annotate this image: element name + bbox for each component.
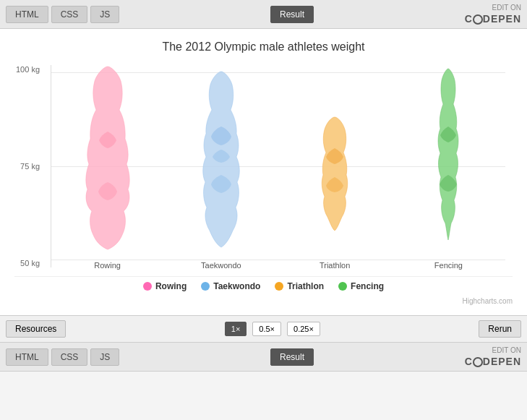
tab-html-bottom[interactable]: HTML [6, 348, 48, 366]
bottom-tab-bar: HTML CSS JS Result EDIT ON CDEPEN [0, 343, 527, 372]
violin-chart: Rowing Taekwondo [51, 65, 505, 267]
y-label-50: 50 kg [20, 259, 44, 267]
chart-container: The 2012 Olympic male athletes weight 10… [0, 29, 527, 315]
zoom-05x-button[interactable]: 0.5× [252, 322, 281, 336]
violin-taekwondo: Taekwondo [164, 63, 278, 270]
top-bar: HTML CSS JS Result EDIT ON CDEPEN [0, 0, 527, 29]
tab-css-top[interactable]: CSS [51, 6, 88, 23]
legend-dot-fencing [338, 282, 347, 291]
tab-js-top[interactable]: JS [90, 6, 119, 23]
violin-triathlon: Triathlon [278, 63, 392, 270]
resources-button[interactable]: Resources [6, 320, 66, 338]
legend-item-taekwondo: Taekwondo [201, 281, 260, 291]
bottom-bar: Resources 1× 0.5× 0.25× Rerun [0, 315, 527, 343]
violin-rowing: Rowing [51, 63, 164, 270]
tab-js-bottom[interactable]: JS [90, 348, 119, 366]
legend-dot-rowing [143, 282, 152, 291]
codepen-logo-top: EDIT ON CDEPEN [465, 3, 521, 25]
violin-label-taekwondo: Taekwondo [201, 261, 241, 270]
violin-label-rowing: Rowing [94, 261, 121, 270]
legend-item-rowing: Rowing [143, 281, 187, 291]
legend-item-triathlon: Triathlon [275, 281, 324, 291]
legend-label-triathlon: Triathlon [287, 281, 324, 291]
tab-result-top[interactable]: Result [270, 6, 314, 23]
violin-label-triathlon: Triathlon [320, 261, 350, 270]
chart-title: The 2012 Olympic male athletes weight [14, 40, 513, 53]
legend-label-taekwondo: Taekwondo [213, 281, 260, 291]
tab-result-bottom[interactable]: Result [270, 348, 314, 366]
zoom-025x-button[interactable]: 0.25× [287, 322, 320, 336]
codepen-logo-bottom: EDIT ON CDEPEN [465, 346, 521, 368]
chart-legend: Rowing Taekwondo Triathlon Fencing [14, 276, 513, 296]
legend-dot-triathlon [275, 282, 283, 291]
tab-html-top[interactable]: HTML [6, 6, 48, 23]
tab-css-bottom[interactable]: CSS [51, 348, 88, 366]
legend-item-fencing: Fencing [338, 281, 384, 291]
legend-label-rowing: Rowing [155, 281, 187, 291]
legend-dot-taekwondo [201, 282, 210, 291]
zoom-1x-button[interactable]: 1× [225, 322, 247, 336]
violin-fencing: Fencing [392, 63, 505, 270]
rerun-button[interactable]: Rerun [479, 320, 521, 338]
y-label-100: 100 kg [16, 65, 44, 74]
highcharts-credit: Highcharts.com [14, 296, 513, 308]
violin-label-fencing: Fencing [434, 261, 463, 270]
legend-label-fencing: Fencing [351, 281, 384, 291]
y-label-75: 75 kg [20, 162, 44, 171]
